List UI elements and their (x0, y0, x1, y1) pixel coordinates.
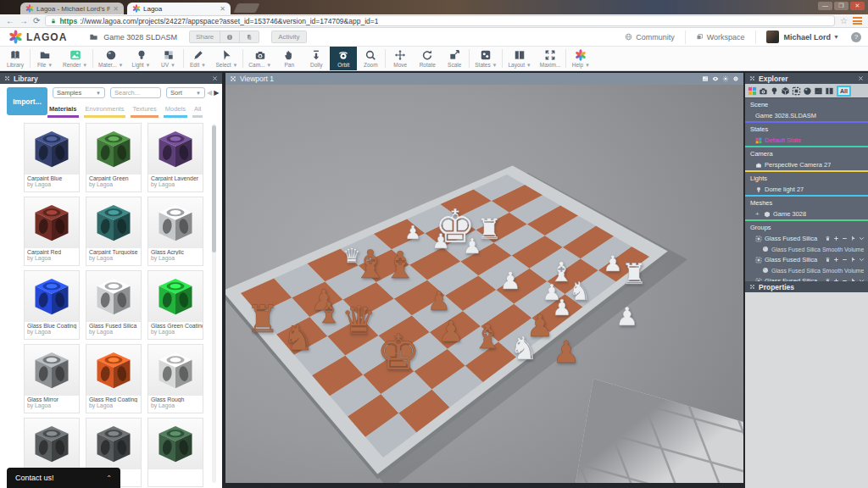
explorer-filter-group-icon[interactable] (792, 86, 801, 96)
toolbar-scale-button[interactable]: Scale (441, 47, 468, 70)
explorer-filter-cube-icon[interactable] (781, 86, 790, 96)
chevron-down-icon[interactable] (859, 236, 865, 241)
library-tab-all[interactable]: All (192, 103, 203, 118)
explorer-item[interactable]: Default State (745, 135, 868, 146)
toolbar-render-button[interactable]: Render ▼ (58, 47, 92, 70)
browser-menu-icon[interactable] (853, 17, 862, 25)
folder-icon[interactable] (89, 32, 98, 42)
page-prev-icon[interactable]: ◀ (207, 89, 212, 97)
chess-piece-white-pawn[interactable]: ♟ (552, 295, 571, 320)
visibility-icon[interactable] (712, 75, 719, 82)
material-card[interactable]: Glass Acrylic by Lagoa (147, 197, 203, 266)
window-close-button[interactable]: ✕ (850, 2, 865, 10)
chess-piece-copper-pawn[interactable]: ♟ (553, 335, 580, 369)
explorer-filter-light-icon[interactable] (770, 86, 779, 96)
chess-piece-white-pawn[interactable]: ♟ (603, 251, 622, 276)
explorer-item[interactable]: Glass Fused Silica Smooth Volume (745, 265, 868, 275)
user-avatar[interactable] (766, 30, 779, 43)
panel-move-icon[interactable] (4, 75, 10, 81)
contact-us-bar[interactable]: Contact us!⌃ (7, 468, 120, 488)
panel-move-icon[interactable] (749, 284, 755, 290)
expand-icon[interactable]: + (755, 210, 761, 218)
panel-close-icon[interactable] (858, 75, 864, 81)
panel-close-icon[interactable] (212, 75, 218, 81)
explorer-item[interactable]: Glass Fused Silica (745, 254, 868, 265)
help-button[interactable]: ? (851, 32, 861, 42)
snapshot-icon[interactable] (702, 75, 709, 82)
chess-piece-white-pawn[interactable]: ♟ (431, 230, 450, 253)
render-quality-icon[interactable] (722, 75, 729, 82)
explorer-filter-image-icon[interactable] (814, 86, 823, 96)
remove-icon[interactable] (842, 236, 848, 241)
library-tab-environments[interactable]: Environments (84, 103, 126, 118)
chess-piece-copper-queen[interactable]: ♛ (341, 297, 376, 343)
explorer-item[interactable]: Dome light 27 (745, 184, 868, 195)
user-menu[interactable]: Michael Lord (784, 33, 832, 42)
material-card[interactable]: Glass Red Coating by Lagoa (86, 344, 142, 413)
chess-piece-copper-pawn[interactable]: ♟ (438, 314, 464, 348)
gear-icon[interactable] (732, 75, 739, 82)
toolbar-movet-button[interactable]: Move (387, 47, 414, 70)
add-icon[interactable] (833, 257, 839, 263)
import-button[interactable]: Import... (7, 87, 47, 115)
toolbar-layout-button[interactable]: Layout ▼ (504, 47, 535, 70)
remove-icon[interactable] (842, 257, 848, 263)
sort-dropdown[interactable]: Sort▼ (166, 87, 205, 98)
material-card[interactable]: Glass Green Coating by Lagoa (147, 270, 203, 340)
explorer-filter-layout-icon[interactable] (825, 86, 834, 96)
material-card[interactable]: Carpaint Lavender by Lagoa (147, 123, 203, 192)
add-icon[interactable] (833, 236, 839, 241)
viewport-canvas[interactable]: ♟♜♚♟♟♛♟♝♝♝♜♟♟♞♟♟♟♝♟♜♛♟♟♝♞♞♟♚ (225, 85, 743, 483)
explorer-item[interactable]: Glass Fused Silica Smooth Volume (745, 244, 868, 254)
material-card[interactable]: Carpaint Red by Lagoa (24, 197, 80, 266)
toolbar-edit-button[interactable]: Edit ▼ (185, 47, 212, 70)
toolbar-file-button[interactable]: File ▼ (31, 47, 58, 70)
material-card[interactable]: Carpaint Turquoise by Lagoa (86, 197, 142, 266)
viewport-header[interactable]: Viewport 1 (225, 73, 743, 85)
refresh-icon[interactable]: ⟳ (33, 17, 40, 25)
toolbar-library-button[interactable]: Library (2, 47, 29, 70)
explorer-filter-states-icon[interactable] (748, 86, 757, 96)
toolbar-dolly-button[interactable]: Dolly (303, 47, 330, 70)
library-tab-materials[interactable]: Materials (47, 103, 79, 118)
search-input[interactable] (110, 87, 161, 98)
explorer-filter-camera-icon[interactable] (759, 86, 768, 96)
lagoa-logo[interactable]: LAGOA (8, 30, 67, 44)
explorer-filter-all-button[interactable]: All (837, 86, 851, 97)
chess-piece-copper-knight[interactable]: ♞ (282, 317, 314, 358)
library-scrollbar[interactable] (212, 124, 216, 483)
chess-piece-white-pawn[interactable]: ♟ (404, 222, 421, 243)
bookmark-star-icon[interactable]: ☆ (840, 16, 848, 25)
explorer-item[interactable]: Glass Fused Silica (745, 233, 868, 244)
explorer-item[interactable]: Perspective Camera 27 (745, 159, 868, 170)
tab-close-icon[interactable]: ✕ (220, 5, 225, 13)
activity-button[interactable]: Activity (272, 31, 305, 42)
new-tab-button[interactable] (233, 3, 259, 13)
back-icon[interactable]: ← (6, 17, 14, 25)
library-tab-models[interactable]: Models (164, 103, 187, 118)
material-card[interactable]: Glass Fused Silica by Lagoa (86, 270, 142, 340)
window-restore-button[interactable]: ❐ (834, 2, 849, 10)
address-bar[interactable]: https://www.lagoa.com/projects/24227/app… (45, 15, 835, 26)
browser-tab-active[interactable]: Lagoa ✕ (127, 3, 231, 14)
tab-close-icon[interactable]: ✕ (113, 5, 119, 13)
chevron-down-icon[interactable] (859, 257, 865, 263)
select-icon[interactable] (850, 236, 856, 241)
chess-piece-copper-rook[interactable]: ♜ (246, 297, 279, 341)
toolbar-help-button[interactable]: Help ▼ (567, 47, 594, 70)
properties-panel-header[interactable]: Properties (745, 281, 868, 292)
toolbar-material-button[interactable]: Mater... ▼ (94, 47, 127, 70)
chess-piece-copper-bishop[interactable]: ♝ (383, 243, 416, 286)
toolbar-states-button[interactable]: States ▼ (470, 47, 501, 70)
panel-move-icon[interactable] (749, 75, 755, 81)
chess-piece-copper-pawn[interactable]: ♟ (427, 286, 451, 316)
toolbar-camera-button[interactable]: Cam... ▼ (244, 47, 275, 70)
chess-piece-white-pawn[interactable]: ♟ (499, 267, 520, 295)
material-card[interactable]: Carpaint Blue by Lagoa (24, 123, 80, 192)
material-card[interactable]: Glass Rough by Lagoa (147, 344, 203, 413)
workspace-link[interactable]: Workspace (686, 30, 756, 44)
chess-piece-copper-bishop[interactable]: ♝ (316, 296, 342, 330)
select-icon[interactable] (850, 257, 856, 263)
chess-piece-white-pawn[interactable]: ♟ (463, 234, 481, 258)
explorer-filter-material-icon[interactable] (803, 86, 812, 96)
